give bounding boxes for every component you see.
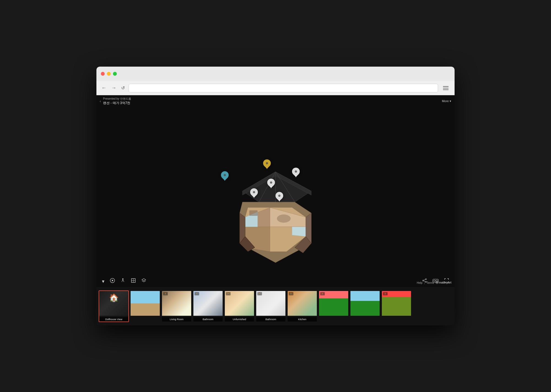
pin-yellow[interactable] xyxy=(263,159,271,169)
more-button[interactable]: More ▾ xyxy=(442,99,451,103)
thumbnail-label-bathroom2: Bathroom xyxy=(256,317,285,322)
thumbnail-item-outside1[interactable]: 🚶 xyxy=(318,290,349,322)
pin-white-1[interactable] xyxy=(292,168,300,177)
viewer-topbar: ‹ Presented by 안맨드롭 팬션 - 매가 3억7천 More ▾ xyxy=(96,95,455,107)
thumbnail-item-unfurnished[interactable]: 🚶Unfurnished xyxy=(224,290,255,322)
thumbnail-icon-outside3: 🚶 xyxy=(383,292,388,295)
content-area: ‹ Presented by 안맨드롭 팬션 - 매가 3억7천 More ▾ xyxy=(96,95,455,325)
walk-mode-button[interactable] xyxy=(119,277,126,285)
thumbnail-label-kitchen: Kitchen xyxy=(288,317,317,322)
thumbnail-item-living[interactable]: 🚶Living Room xyxy=(161,290,192,322)
floorplan-button[interactable] xyxy=(130,277,137,285)
svg-point-27 xyxy=(425,279,426,280)
thumbnail-label-dollhouse: Dollhouse View xyxy=(99,317,128,322)
address-bar[interactable] xyxy=(129,84,438,92)
footer-separator: | xyxy=(424,281,425,284)
pin-white-4[interactable] xyxy=(276,192,283,202)
play-button[interactable] xyxy=(109,277,116,285)
presented-by-label: Presented by 안맨드롭 xyxy=(103,97,131,101)
thumbnail-strip: Dollhouse View🏠🚶Living Room🚶Bathroom🚶Unf… xyxy=(96,287,455,325)
layers-button[interactable] xyxy=(140,277,147,285)
thumbnail-item-beach[interactable] xyxy=(130,290,160,322)
help-link[interactable]: Help xyxy=(417,281,423,284)
pin-white-3[interactable] xyxy=(250,188,258,198)
forward-button[interactable]: → xyxy=(110,84,117,92)
thumbnail-item-dollhouse[interactable]: Dollhouse View🏠 xyxy=(99,290,129,322)
dollhouse-3d-view[interactable] xyxy=(209,155,342,265)
thumbnail-icon-outside1: 🚶 xyxy=(320,292,325,295)
thumbnail-icon-kitchen: 🚶 xyxy=(289,292,293,295)
toolbar: ← → ↺ xyxy=(96,81,455,95)
left-controls-group: ▾ xyxy=(101,277,147,285)
thumbnail-icon-bathroom1: 🚶 xyxy=(195,292,199,295)
thumbnail-icon-unfurnished: 🚶 xyxy=(226,292,231,295)
maximize-button[interactable] xyxy=(113,72,117,76)
close-button[interactable] xyxy=(101,72,105,76)
terms-link[interactable]: Terms xyxy=(426,281,434,284)
thumbnail-icon-living: 🚶 xyxy=(163,292,168,295)
thumbnail-label-bathroom1: Bathroom xyxy=(193,317,223,322)
thumbnail-item-outside2[interactable] xyxy=(350,290,380,322)
matterport-logo: ⓜ matterport xyxy=(436,281,451,285)
menu-button[interactable] xyxy=(441,85,451,91)
thumbnail-icon-bathroom2: 🚶 xyxy=(257,292,262,295)
svg-point-23 xyxy=(122,278,123,279)
thumbnail-item-kitchen[interactable]: 🚶Kitchen xyxy=(287,290,317,322)
svg-point-15 xyxy=(277,214,291,223)
pin-teal[interactable] xyxy=(221,171,229,181)
pin-white-2[interactable] xyxy=(267,179,275,188)
browser-window: ← → ↺ ‹ Presented by 안맨드롭 팬션 - 매가 3억7천 M… xyxy=(96,67,455,325)
svg-marker-22 xyxy=(112,280,114,282)
collapse-button[interactable]: ▾ xyxy=(101,277,106,285)
thumbnail-label-unfurnished: Unfurnished xyxy=(225,317,254,322)
dollhouse-icon: 🏠 xyxy=(109,293,119,302)
title-bar xyxy=(96,67,455,81)
bottom-controls: ▾ xyxy=(96,277,455,285)
thumbnail-item-bathroom1[interactable]: 🚶Bathroom xyxy=(193,290,223,322)
thumbnail-item-bathroom2[interactable]: 🚶Bathroom xyxy=(256,290,286,322)
property-name-label: 팬션 - 매가 3억7천 xyxy=(103,101,131,105)
dollhouse-svg xyxy=(209,164,342,268)
viewer-back-arrow[interactable]: ‹ xyxy=(100,99,101,103)
svg-rect-16 xyxy=(249,210,258,216)
thumbnail-label-living: Living Room xyxy=(162,317,191,322)
svg-marker-14 xyxy=(292,227,306,236)
thumbnail-item-outside3[interactable]: 🚶 xyxy=(381,290,412,322)
back-button[interactable]: ← xyxy=(100,84,107,92)
minimize-button[interactable] xyxy=(107,72,111,76)
reload-button[interactable]: ↺ xyxy=(120,84,126,92)
svg-line-30 xyxy=(424,279,425,280)
footer-links: Help | Terms ⓜ matterport xyxy=(417,281,451,285)
